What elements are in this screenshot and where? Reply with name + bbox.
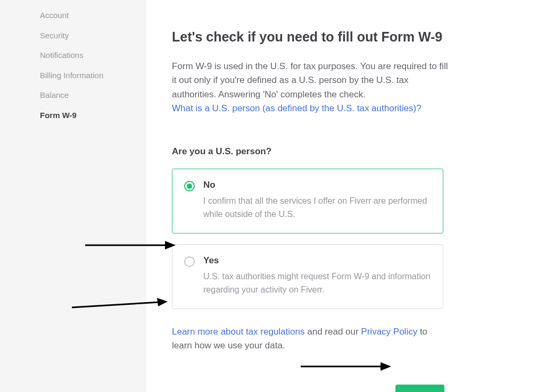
main-content: Let's check if you need to fill out Form… (146, 0, 545, 392)
save-button[interactable]: Save (395, 385, 444, 392)
option-no-desc: I confirm that all the services I offer … (203, 195, 431, 221)
us-person-definition-link[interactable]: What is a U.S. person (as defined by the… (172, 103, 422, 113)
footer-mid: and read our (305, 327, 361, 337)
sidebar-item-form-w9[interactable]: Form W-9 (0, 105, 146, 126)
radio-icon (184, 256, 195, 267)
radio-group: No I confirm that all the services I off… (172, 169, 443, 308)
us-person-question: Are you a U.S. person? (172, 146, 519, 157)
annotation-arrow-icon (301, 361, 391, 372)
sidebar-item-account[interactable]: Account (0, 5, 146, 26)
option-yes[interactable]: Yes U.S. tax authorities might request F… (172, 244, 443, 309)
option-yes-desc: U.S. tax authorities might request Form … (203, 270, 431, 297)
svg-marker-3 (157, 298, 168, 306)
sidebar-item-security[interactable]: Security (0, 26, 146, 46)
option-no-label: No (203, 180, 431, 190)
sidebar-item-billing[interactable]: Billing Information (0, 65, 146, 86)
option-content: No I confirm that all the services I off… (203, 180, 431, 221)
form-description: Form W-9 is used in the U.S. for tax pur… (172, 60, 454, 115)
option-no[interactable]: No I confirm that all the services I off… (172, 169, 443, 233)
footer-text: Learn more about tax regulations and rea… (172, 325, 443, 353)
sidebar-item-balance[interactable]: Balance (0, 85, 146, 105)
sidebar-item-notifications[interactable]: Notifications (0, 45, 146, 65)
radio-icon (184, 181, 195, 191)
option-content: Yes U.S. tax authorities might request F… (203, 255, 431, 297)
privacy-policy-link[interactable]: Privacy Policy (361, 327, 417, 337)
page-title: Let's check if you need to fill out Form… (172, 29, 519, 45)
settings-sidebar: Account Security Notifications Billing I… (0, 0, 146, 392)
tax-regulations-link[interactable]: Learn more about tax regulations (172, 327, 305, 337)
svg-marker-5 (381, 362, 391, 371)
option-yes-label: Yes (203, 255, 431, 266)
description-text: Form W-9 is used in the U.S. for tax pur… (172, 61, 448, 99)
